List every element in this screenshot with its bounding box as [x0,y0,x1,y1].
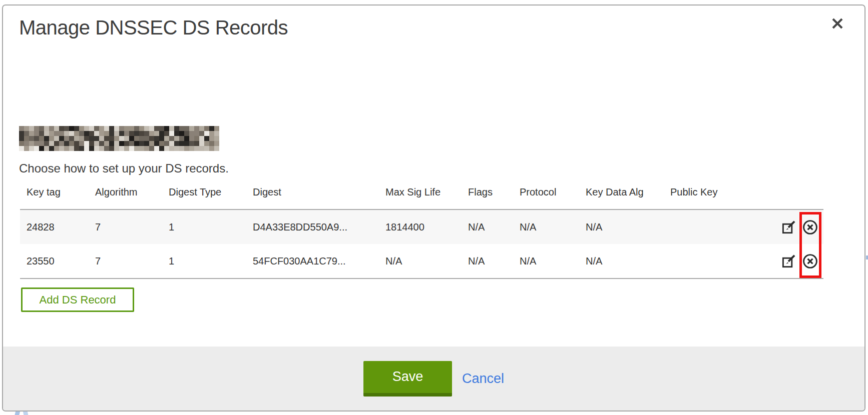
domain-name-redacted [19,126,219,151]
cell-algorithm: 7 [89,210,162,244]
col-header-key-data-alg: Key Data Alg [579,186,664,210]
cell-flags: N/A [462,244,513,278]
cell-key-tag: 23550 [20,244,89,278]
cell-protocol: N/A [513,244,579,278]
col-header-digest-type: Digest Type [162,186,246,210]
delete-record-button[interactable] [802,253,818,270]
cell-key-data-alg: N/A [579,244,664,278]
edit-record-button[interactable] [781,220,796,234]
cell-protocol: N/A [513,210,579,244]
cell-public-key [664,244,769,278]
cell-digest: 54FCF030AA1C79... [246,244,379,278]
table-row: 24828 7 1 D4A33E8DD550A9... 1814400 N/A … [20,210,823,244]
col-header-digest: Digest [246,186,379,210]
edit-icon [781,262,796,270]
edit-icon [781,228,796,236]
cell-max-sig-life: N/A [379,244,462,278]
add-ds-record-button[interactable]: Add DS Record [21,288,134,312]
cancel-link[interactable]: Cancel [462,371,504,386]
background-page-sliver [866,256,868,260]
save-button[interactable]: Save [363,361,452,396]
cell-digest-type: 1 [162,210,246,244]
edit-record-button[interactable] [781,254,796,268]
col-header-actions [769,186,823,210]
dnssec-ds-records-dialog: Manage DNSSEC DS Records Choose how to s… [2,4,865,412]
cell-actions [769,210,823,244]
close-button[interactable] [828,14,847,34]
ds-records-table: Key tag Algorithm Digest Type Digest Max… [20,186,823,279]
dialog-title: Manage DNSSEC DS Records [19,16,288,39]
col-header-flags: Flags [462,186,513,210]
col-header-algorithm: Algorithm [89,186,162,210]
dialog-footer: Save Cancel [3,346,864,410]
table-row: 23550 7 1 54FCF030AA1C79... N/A N/A N/A … [20,244,823,278]
cell-key-tag: 24828 [20,210,89,244]
col-header-key-tag: Key tag [20,186,89,210]
delete-circle-x-icon [802,264,818,271]
col-header-max-sig-life: Max Sig Life [379,186,462,210]
delete-circle-x-icon [802,230,818,237]
col-header-public-key: Public Key [664,186,769,210]
cell-actions [769,244,823,278]
cell-algorithm: 7 [89,244,162,278]
table-header-row: Key tag Algorithm Digest Type Digest Max… [20,186,823,210]
instruction-text: Choose how to set up your DS records. [19,162,229,176]
cell-key-data-alg: N/A [579,210,664,244]
close-icon [830,25,845,32]
cell-public-key [664,210,769,244]
cell-flags: N/A [462,210,513,244]
cell-digest-type: 1 [162,244,246,278]
cell-max-sig-life: 1814400 [379,210,462,244]
col-header-protocol: Protocol [513,186,579,210]
delete-record-button[interactable] [802,219,818,236]
cell-digest: D4A33E8DD550A9... [246,210,379,244]
